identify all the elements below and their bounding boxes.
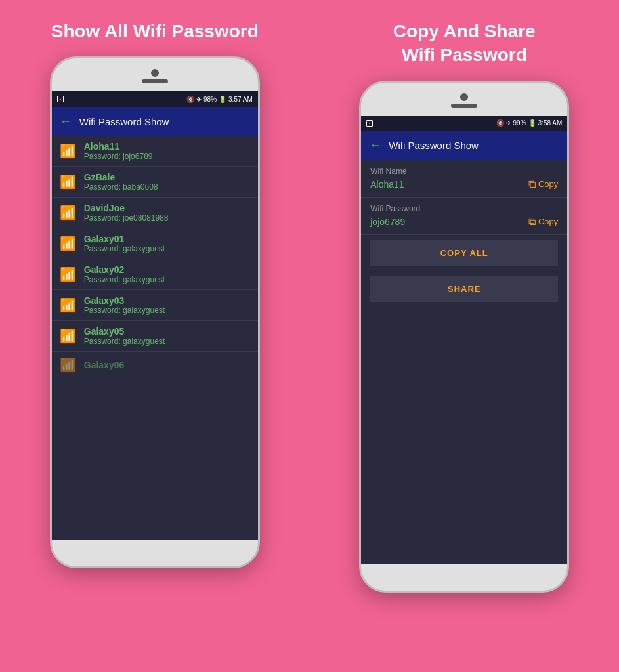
right-airplane-icon: ✈ [506,119,511,127]
wifi-info-6: Galaxy03 Password: galaxyguest [84,295,250,315]
wifi-name-value: Aloha11 [370,179,404,190]
left-status-bar: ▪ 🔇 ✈ 98% 🔋 3:57 AM [52,91,258,107]
wifi-password-label: Wifi Password [370,204,558,213]
right-phone-bottom [361,564,567,591]
copy-password-button[interactable]: ⧉ Copy [528,216,558,228]
right-speaker [451,104,477,108]
right-panel: Copy And Share Wifi Password ▪ 🔇 ✈ 99% [310,0,620,672]
list-item[interactable]: 📶 Galaxy03 Password: galaxyguest [52,290,258,321]
wifi-pass-5: Password: galaxyguest [84,275,250,284]
wifi-name-3: DavidJoe [84,203,250,213]
list-item[interactable]: 📶 Galaxy02 Password: galaxyguest [52,259,258,290]
right-status-right: 🔇 ✈ 99% 🔋 3:58 AM [496,119,563,127]
wifi-pass-3: Password: joe08081988 [84,213,250,222]
wifi-pass-7: Password: galaxyguest [84,337,250,346]
right-time: 3:58 AM [538,119,563,127]
left-battery-text: 98% [203,96,217,103]
wifi-pass-2: Password: baba0608 [84,182,250,192]
right-phone-top [361,83,567,116]
wifi-name-4: Galaxy01 [84,234,250,244]
wifi-icon-1: 📶 [60,143,76,159]
right-status-left: ▪ [366,120,374,127]
left-phone: ▪ 🔇 ✈ 98% 🔋 3:57 AM ← Wifi Password Show [50,56,260,568]
wifi-icon-3: 📶 [60,205,76,220]
list-item[interactable]: 📶 GzBale Password: baba0608 [52,167,258,198]
left-status-left: ▪ [57,96,65,102]
left-app-bar-title: Wifi Password Show [79,116,169,127]
wifi-name-label: Wifi Name [370,167,558,176]
wifi-info-4: Galaxy01 Password: galaxyguest [84,234,250,253]
left-phone-top [52,58,258,91]
right-screen: ▪ 🔇 ✈ 99% 🔋 3:58 AM ← Wifi Password Show [361,116,567,564]
wifi-name-8: Galaxy06 [84,360,250,370]
copy-all-button[interactable]: COPY ALL [370,240,558,266]
left-battery-icon: 🔋 [219,96,226,103]
right-status-bar: ▪ 🔇 ✈ 99% 🔋 3:58 AM [361,116,567,131]
right-phone: ▪ 🔇 ✈ 99% 🔋 3:58 AM ← Wifi Password Show [359,81,569,593]
left-panel: Show All Wifi Password ▪ 🔇 ✈ 98% 🔋 [0,0,310,672]
wifi-password-row: jojo6789 ⧉ Copy [370,216,558,228]
wifi-password-field: Wifi Password jojo6789 ⧉ Copy [361,198,567,235]
wifi-info-1: Aloha11 Password: jojo6789 [84,141,250,161]
left-back-arrow[interactable]: ← [60,115,72,129]
right-back-arrow[interactable]: ← [369,138,381,152]
list-item[interactable]: 📶 Galaxy06 [52,352,258,378]
wifi-info-8: Galaxy06 [84,360,250,370]
left-phone-bottom [52,540,258,566]
left-speaker [142,79,168,83]
left-airplane-icon: ✈ [196,96,202,103]
left-status-right: 🔇 ✈ 98% 🔋 3:57 AM [186,96,253,103]
list-item[interactable]: 📶 Galaxy05 Password: galaxyguest [52,321,258,352]
wifi-icon-5: 📶 [60,266,76,282]
wifi-icon-2: 📶 [60,174,76,190]
wifi-info-3: DavidJoe Password: joe08081988 [84,203,250,222]
left-camera [151,69,159,77]
right-detail-screen: Wifi Name Aloha11 ⧉ Copy Wifi Password [361,160,567,564]
right-phone-wrapper: ▪ 🔇 ✈ 99% 🔋 3:58 AM ← Wifi Password Show [359,81,569,672]
wifi-name-1: Aloha11 [84,141,250,152]
wifi-name-2: GzBale [84,172,250,182]
copy-password-icon: ⧉ [528,216,536,228]
list-item[interactable]: 📶 Aloha11 Password: jojo6789 [52,136,258,167]
left-screen: ▪ 🔇 ✈ 98% 🔋 3:57 AM ← Wifi Password Show [52,91,258,540]
wifi-name-7: Galaxy05 [84,326,250,337]
left-panel-title: Show All Wifi Password [38,13,272,50]
copy-name-label: Copy [538,179,558,189]
wifi-pass-4: Password: galaxyguest [84,244,250,253]
right-app-bar-title: Wifi Password Show [389,140,479,151]
list-item[interactable]: 📶 Galaxy01 Password: galaxyguest [52,228,258,259]
copy-password-label: Copy [538,217,558,226]
right-app-bar: ← Wifi Password Show [361,131,567,160]
right-battery-icon: 🔋 [528,119,536,127]
left-wifi-list: 📶 Aloha11 Password: jojo6789 📶 GzBale Pa… [52,136,258,540]
wifi-pass-6: Password: galaxyguest [84,306,250,315]
wifi-icon-7: 📶 [60,328,76,344]
wifi-password-value: jojo6789 [370,217,405,227]
wifi-name-6: Galaxy03 [84,295,250,306]
left-app-bar: ← Wifi Password Show [52,107,258,136]
right-mute-icon: 🔇 [496,119,504,127]
wifi-icon-4: 📶 [60,236,76,251]
left-time: 3:57 AM [228,96,253,103]
wifi-name-5: Galaxy02 [84,264,250,275]
list-item[interactable]: 📶 DavidJoe Password: joe08081988 [52,198,258,228]
left-mute-icon: 🔇 [186,96,194,103]
copy-name-button[interactable]: ⧉ Copy [528,178,558,190]
right-camera [460,93,468,101]
copy-name-icon: ⧉ [528,178,536,190]
right-battery-text: 99% [513,119,526,127]
wifi-info-2: GzBale Password: baba0608 [84,172,250,192]
wifi-name-field: Wifi Name Aloha11 ⧉ Copy [361,160,567,198]
wifi-info-7: Galaxy05 Password: galaxyguest [84,326,250,346]
wifi-icon-6: 📶 [60,297,76,313]
left-sim-icon: ▪ [57,96,64,102]
wifi-pass-1: Password: jojo6789 [84,152,250,161]
wifi-name-row: Aloha11 ⧉ Copy [370,178,558,190]
wifi-icon-8: 📶 [60,357,76,373]
share-button[interactable]: SHARE [370,276,558,302]
wifi-info-5: Galaxy02 Password: galaxyguest [84,264,250,284]
right-panel-title: Copy And Share Wifi Password [380,13,549,74]
left-phone-wrapper: ▪ 🔇 ✈ 98% 🔋 3:57 AM ← Wifi Password Show [50,56,260,672]
right-sim-icon: ▪ [366,120,373,127]
